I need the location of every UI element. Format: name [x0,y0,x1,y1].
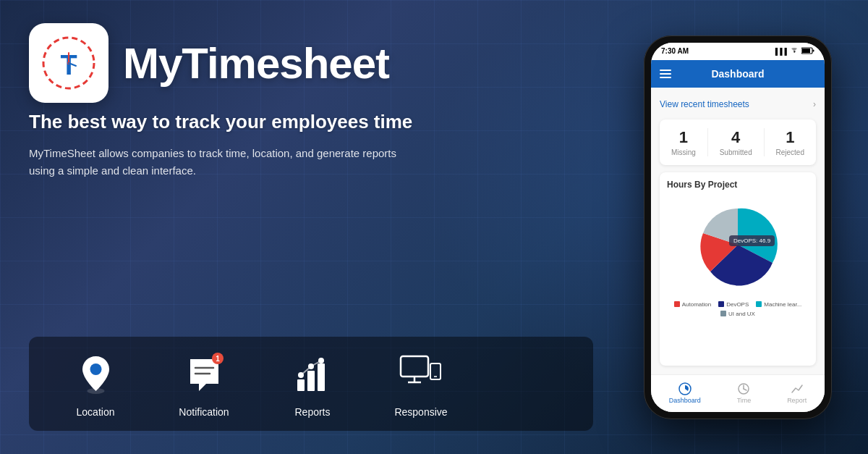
feature-reports: Reports [262,350,363,418]
svg-rect-11 [307,371,315,391]
right-panel: 7:30 AM ▐▐▐ [622,0,868,454]
legend-label-automation: Automation [682,301,711,308]
logo-area: T MyTimesheet [29,23,593,103]
phone-header-title: Dashboard [711,68,764,80]
nav-report-label: Report [787,397,807,404]
notification-icon-wrap: 1 [179,350,229,400]
stat-rejected-label: Rejected [776,148,804,156]
responsive-label: Responsive [394,406,447,418]
legend-label-devops: DevOPS [726,301,749,308]
phone-status-bar: 7:30 AM ▐▐▐ [651,43,825,60]
svg-line-27 [744,389,746,390]
pie-chart-wrap: DevOPS: 46.9 [680,196,796,297]
description: MyTimeSheet allows companies to track ti… [29,145,420,180]
phone-app-header: Dashboard [651,60,825,88]
responsive-icon-wrap [396,350,446,400]
location-icon-wrap [70,350,121,400]
pie-chart-container: DevOPS: 46.9 Automation DevOPS [667,196,809,317]
svg-rect-12 [318,363,325,391]
left-panel: T MyTimesheet The best way to track your… [0,0,622,454]
reports-icon-wrap [287,350,338,400]
reports-icon [293,353,333,397]
hamburger-menu-icon[interactable] [660,70,671,78]
time-nav-icon [736,382,751,395]
legend-ui-ux: UI and UX [720,311,755,317]
notification-label: Notification [179,406,229,418]
legend-dot-uiux [720,311,726,316]
legend-dot-ml [756,301,762,307]
svg-rect-10 [297,379,305,391]
features-row: Location 1 Notification [29,337,593,431]
stat-rejected: 1 Rejected [776,128,804,156]
badge-count: 1 [216,355,220,363]
stat-rejected-number: 1 [786,128,794,147]
svg-rect-23 [813,49,814,51]
stat-divider-1 [707,128,708,156]
report-nav-icon [790,382,804,395]
nav-dashboard[interactable]: Dashboard [669,382,701,404]
feature-notification: 1 Notification [153,350,255,418]
view-recent-row[interactable]: View recent timesheets › [660,96,816,112]
stat-missing-label: Missing [671,148,696,156]
legend-machine-learning: Machine lear... [756,301,801,308]
signal-icon: ▐▐▐ [773,48,787,55]
feature-location: Location [45,350,146,418]
svg-rect-22 [802,49,810,53]
reports-label: Reports [294,406,330,418]
location-icon [76,353,116,397]
legend-label-uiux: UI and UX [728,311,755,317]
phone-dashboard-content: View recent timesheets › 1 Missing 4 Sub… [651,88,825,374]
notification-badge: 1 [212,353,224,364]
logo-svg: T [40,34,98,92]
svg-point-7 [90,363,101,375]
page-content: T MyTimesheet The best way to track your… [0,0,868,454]
stat-divider-2 [764,128,765,156]
timesheet-stats: 1 Missing 4 Submitted 1 Rejected [660,119,816,165]
tagline: The best way to track your employees tim… [29,110,593,135]
dashboard-nav-icon [678,382,692,395]
legend-automation: Automation [674,301,711,308]
stat-submitted: 4 Submitted [720,128,752,156]
nav-report[interactable]: Report [787,382,807,404]
view-recent-arrow-icon: › [813,99,816,109]
chart-title: Hours By Project [667,180,809,190]
nav-time-label: Time [737,397,752,404]
legend-devops: DevOPS [718,301,749,308]
responsive-icon [398,353,445,397]
battery-icon [801,47,814,56]
phone-screen: 7:30 AM ▐▐▐ [651,43,825,412]
legend-dot-devops [718,301,724,307]
legend-dot-automation [674,301,680,307]
top-section: T MyTimesheet The best way to track your… [29,23,593,200]
stat-missing: 1 Missing [671,128,696,156]
logo-box: T [29,23,109,103]
phone-bottom-nav: Dashboard Time Repor [651,374,825,412]
pie-tooltip: DevOPS: 46.9 [729,235,775,246]
legend-label-ml: Machine lear... [764,301,801,308]
stat-submitted-label: Submitted [720,148,752,156]
nav-dashboard-label: Dashboard [669,397,701,404]
chart-section: Hours By Project [660,172,816,366]
status-icons: ▐▐▐ [773,47,814,56]
chart-legend: Automation DevOPS Machine lear... [667,301,809,317]
location-label: Location [77,406,115,418]
wifi-icon [790,47,799,56]
view-recent-label: View recent timesheets [660,99,749,109]
stat-missing-number: 1 [679,128,688,147]
app-name: MyTimesheet [123,38,389,88]
feature-responsive: Responsive [370,350,472,418]
nav-time[interactable]: Time [736,382,751,404]
phone-mockup: 7:30 AM ▐▐▐ [644,35,832,419]
stat-submitted-number: 4 [731,128,740,147]
svg-rect-16 [401,356,428,377]
status-time: 7:30 AM [661,47,689,55]
